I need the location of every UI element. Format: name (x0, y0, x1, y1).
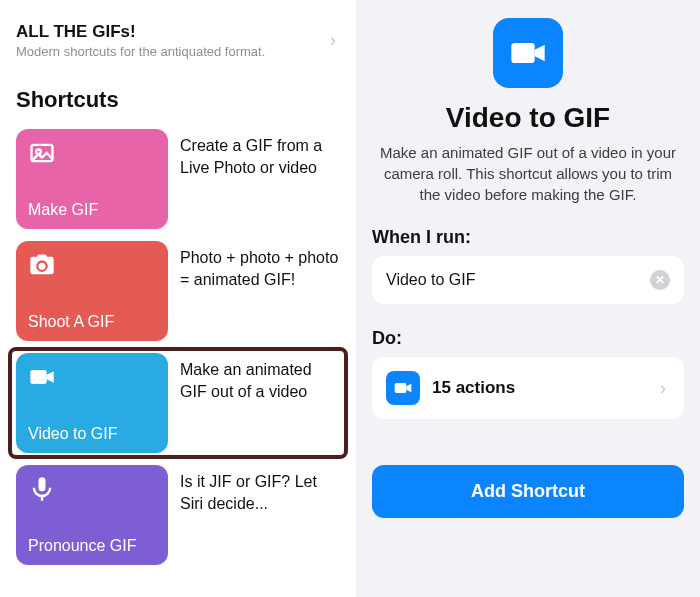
section-title: Shortcuts (16, 87, 344, 113)
shortcut-tile: Shoot A GIF (16, 241, 168, 341)
svg-rect-3 (39, 477, 46, 491)
shortcut-app-icon (493, 18, 563, 88)
svg-rect-4 (511, 43, 534, 63)
gallery-title: ALL THE GIFs! (16, 22, 326, 42)
detail-description: Make an animated GIF out of a video in y… (372, 142, 684, 205)
detail-title: Video to GIF (372, 102, 684, 134)
shortcuts-list: Make GIF Create a GIF from a Live Photo … (12, 123, 344, 571)
gallery-subtitle: Modern shortcuts for the antiquated form… (16, 44, 326, 59)
actions-count: 15 actions (432, 378, 644, 398)
shortcut-desc: Photo + photo + photo = animated GIF! (180, 241, 340, 341)
shortcut-desc: Is it JIF or GIF? Let Siri decide... (180, 465, 340, 565)
video-icon (28, 363, 156, 395)
shortcut-row-shoot-a-gif[interactable]: Shoot A GIF Photo + photo + photo = anim… (12, 235, 344, 347)
shortcut-desc: Create a GIF from a Live Photo or video (180, 129, 340, 229)
microphone-icon (28, 475, 156, 507)
shortcut-desc: Make an animated GIF out of a video (180, 353, 340, 453)
shortcut-label: Pronounce GIF (28, 537, 156, 555)
shortcut-label: Video to GIF (28, 425, 156, 443)
gallery-header-texts: ALL THE GIFs! Modern shortcuts for the a… (16, 22, 326, 59)
camera-icon (28, 251, 156, 283)
when-i-run-field[interactable]: Video to GIF ✕ (372, 256, 684, 304)
shortcut-tile: Pronounce GIF (16, 465, 168, 565)
svg-rect-5 (395, 383, 407, 393)
svg-rect-2 (30, 370, 46, 384)
shortcut-tile: Video to GIF (16, 353, 168, 453)
gallery-header[interactable]: ALL THE GIFs! Modern shortcuts for the a… (12, 18, 344, 73)
video-icon (386, 371, 420, 405)
do-label: Do: (372, 328, 684, 349)
chevron-right-icon: › (656, 378, 670, 399)
when-i-run-value: Video to GIF (386, 271, 476, 289)
photo-icon (28, 139, 156, 171)
chevron-right-icon: › (326, 30, 340, 51)
add-shortcut-button[interactable]: Add Shortcut (372, 465, 684, 518)
video-icon (508, 33, 548, 73)
when-i-run-label: When I run: (372, 227, 684, 248)
gallery-pane: ALL THE GIFs! Modern shortcuts for the a… (0, 0, 356, 597)
clear-icon[interactable]: ✕ (650, 270, 670, 290)
shortcut-row-make-gif[interactable]: Make GIF Create a GIF from a Live Photo … (12, 123, 344, 235)
shortcut-label: Shoot A GIF (28, 313, 156, 331)
do-card[interactable]: 15 actions › (372, 357, 684, 419)
shortcut-row-video-to-gif[interactable]: Video to GIF Make an animated GIF out of… (8, 347, 348, 459)
detail-pane: Video to GIF Make an animated GIF out of… (356, 0, 700, 597)
shortcut-row-pronounce-gif[interactable]: Pronounce GIF Is it JIF or GIF? Let Siri… (12, 459, 344, 571)
shortcut-tile: Make GIF (16, 129, 168, 229)
shortcut-label: Make GIF (28, 201, 156, 219)
